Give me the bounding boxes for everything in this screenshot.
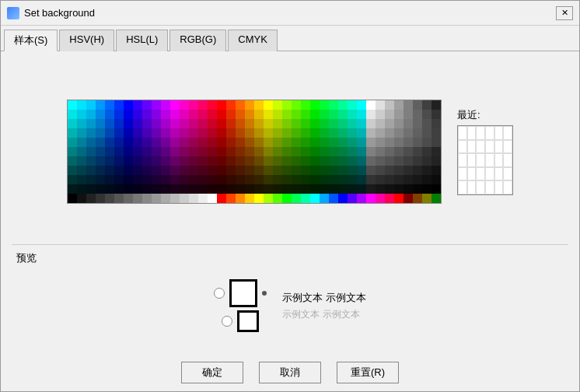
color-cell[interactable] [170, 138, 180, 147]
color-cell[interactable] [105, 184, 114, 194]
color-cell[interactable] [357, 100, 366, 110]
color-cell[interactable] [273, 100, 282, 110]
color-cell[interactable] [273, 138, 282, 147]
color-cell[interactable] [357, 156, 366, 166]
color-cell[interactable] [329, 166, 338, 175]
color-cell[interactable] [142, 138, 152, 147]
color-cell[interactable] [170, 128, 180, 138]
color-cell[interactable] [292, 166, 301, 175]
color-cell[interactable] [86, 156, 96, 166]
color-cell[interactable] [422, 110, 432, 119]
color-cell[interactable] [366, 128, 376, 138]
color-cell[interactable] [301, 184, 310, 194]
color-cell[interactable] [357, 184, 366, 194]
color-cell[interactable] [96, 175, 105, 184]
color-cell[interactable] [161, 128, 170, 138]
color-cell[interactable] [245, 100, 254, 110]
color-cell[interactable] [348, 147, 357, 156]
cancel-button[interactable]: 取消 [259, 362, 321, 383]
color-cell[interactable] [208, 156, 217, 166]
recent-color-cell[interactable] [494, 153, 504, 167]
color-cell[interactable] [236, 100, 245, 110]
color-cell[interactable] [96, 100, 105, 110]
color-cell[interactable] [226, 100, 236, 110]
color-cell[interactable] [366, 119, 376, 128]
color-cell[interactable] [394, 110, 404, 119]
color-cell[interactable] [320, 156, 329, 166]
color-cell[interactable] [282, 156, 292, 166]
color-cell[interactable] [329, 156, 338, 166]
color-cell[interactable] [413, 184, 422, 194]
color-cell[interactable] [124, 166, 133, 175]
color-cell[interactable] [385, 194, 394, 203]
color-cell[interactable] [273, 147, 282, 156]
color-cell[interactable] [133, 110, 142, 119]
color-cell[interactable] [96, 138, 105, 147]
color-cell[interactable] [245, 128, 254, 138]
color-cell[interactable] [77, 128, 86, 138]
color-cell[interactable] [226, 138, 236, 147]
color-cell[interactable] [170, 166, 180, 175]
color-cell[interactable] [357, 119, 366, 128]
color-cell[interactable] [133, 100, 142, 110]
color-cell[interactable] [152, 156, 161, 166]
color-cell[interactable] [282, 194, 292, 203]
color-cell[interactable] [208, 175, 217, 184]
color-cell[interactable] [254, 166, 264, 175]
recent-color-cell[interactable] [476, 153, 485, 167]
color-cell[interactable] [133, 128, 142, 138]
color-cell[interactable] [348, 138, 357, 147]
recent-color-cell[interactable] [458, 140, 467, 154]
color-cell[interactable] [142, 194, 152, 203]
color-cell[interactable] [133, 138, 142, 147]
color-cell[interactable] [432, 110, 441, 119]
color-cell[interactable] [348, 194, 357, 203]
color-cell[interactable] [208, 119, 217, 128]
color-cell[interactable] [282, 110, 292, 119]
color-cell[interactable] [404, 138, 413, 147]
color-cell[interactable] [376, 166, 385, 175]
color-cell[interactable] [394, 175, 404, 184]
color-cell[interactable] [310, 100, 320, 110]
color-cell[interactable] [170, 119, 180, 128]
color-cell[interactable] [376, 156, 385, 166]
color-cell[interactable] [114, 128, 124, 138]
recent-color-cell[interactable] [467, 167, 477, 181]
color-cell[interactable] [338, 128, 348, 138]
color-cell[interactable] [208, 138, 217, 147]
color-cell[interactable] [124, 147, 133, 156]
color-cell[interactable] [320, 147, 329, 156]
color-cell[interactable] [329, 194, 338, 203]
color-cell[interactable] [301, 147, 310, 156]
color-cell[interactable] [77, 119, 86, 128]
color-cell[interactable] [254, 194, 264, 203]
color-cell[interactable] [170, 175, 180, 184]
color-cell[interactable] [114, 166, 124, 175]
color-cell[interactable] [348, 175, 357, 184]
color-cell[interactable] [96, 194, 105, 203]
color-cell[interactable] [404, 147, 413, 156]
color-cell[interactable] [376, 110, 385, 119]
color-cell[interactable] [292, 100, 301, 110]
color-cell[interactable] [385, 175, 394, 184]
color-cell[interactable] [161, 147, 170, 156]
color-cell[interactable] [170, 110, 180, 119]
color-cell[interactable] [152, 138, 161, 147]
color-cell[interactable] [105, 156, 114, 166]
recent-color-cell[interactable] [476, 126, 485, 140]
color-cell[interactable] [142, 175, 152, 184]
color-cell[interactable] [208, 128, 217, 138]
color-cell[interactable] [180, 147, 189, 156]
color-cell[interactable] [77, 147, 86, 156]
color-cell[interactable] [217, 175, 226, 184]
color-cell[interactable] [348, 100, 357, 110]
recent-color-cell[interactable] [485, 153, 494, 167]
color-cell[interactable] [198, 100, 208, 110]
color-cell[interactable] [329, 138, 338, 147]
color-cell[interactable] [189, 110, 198, 119]
color-cell[interactable] [86, 100, 96, 110]
color-cell[interactable] [338, 138, 348, 147]
color-cell[interactable] [189, 100, 198, 110]
tab-hsv[interactable]: HSV(H) [59, 30, 114, 51]
color-cell[interactable] [152, 194, 161, 203]
